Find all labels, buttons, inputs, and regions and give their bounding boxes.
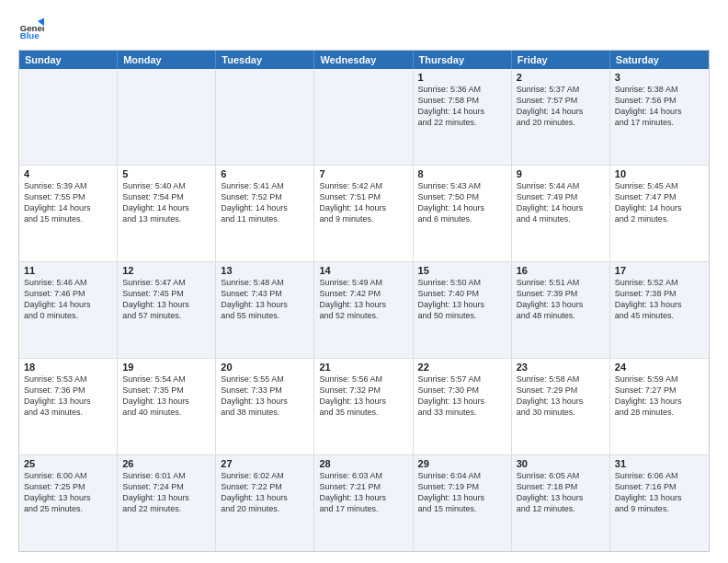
day-number: 13 xyxy=(221,265,309,276)
calendar-cell: 26Sunrise: 6:01 AM Sunset: 7:24 PM Dayli… xyxy=(118,455,216,551)
calendar-cell: 15Sunrise: 5:50 AM Sunset: 7:40 PM Dayli… xyxy=(414,262,512,358)
calendar-cell xyxy=(118,69,216,165)
day-info: Sunrise: 5:39 AM Sunset: 7:55 PM Dayligh… xyxy=(24,180,112,225)
calendar-cell: 11Sunrise: 5:46 AM Sunset: 7:46 PM Dayli… xyxy=(19,262,118,358)
calendar-cell: 5Sunrise: 5:40 AM Sunset: 7:54 PM Daylig… xyxy=(118,166,216,261)
calendar-cell: 30Sunrise: 6:05 AM Sunset: 7:18 PM Dayli… xyxy=(512,455,610,551)
calendar-row: 1Sunrise: 5:36 AM Sunset: 7:58 PM Daylig… xyxy=(19,69,709,165)
calendar-cell: 13Sunrise: 5:48 AM Sunset: 7:43 PM Dayli… xyxy=(216,262,314,358)
weekday-header: Friday xyxy=(512,51,610,69)
calendar-cell: 10Sunrise: 5:45 AM Sunset: 7:47 PM Dayli… xyxy=(610,166,709,261)
day-info: Sunrise: 6:00 AM Sunset: 7:25 PM Dayligh… xyxy=(24,470,112,515)
day-number: 21 xyxy=(319,362,407,373)
day-number: 17 xyxy=(615,265,704,276)
day-number: 31 xyxy=(615,458,704,469)
day-number: 10 xyxy=(615,168,704,179)
day-info: Sunrise: 5:41 AM Sunset: 7:52 PM Dayligh… xyxy=(221,180,309,225)
day-info: Sunrise: 5:56 AM Sunset: 7:32 PM Dayligh… xyxy=(319,373,407,419)
calendar-cell: 6Sunrise: 5:41 AM Sunset: 7:52 PM Daylig… xyxy=(216,166,314,261)
day-number: 22 xyxy=(418,362,506,373)
day-info: Sunrise: 5:53 AM Sunset: 7:36 PM Dayligh… xyxy=(24,373,112,419)
day-number: 1 xyxy=(418,72,506,83)
calendar: SundayMondayTuesdayWednesdayThursdayFrid… xyxy=(18,50,710,552)
calendar-cell: 12Sunrise: 5:47 AM Sunset: 7:45 PM Dayli… xyxy=(118,262,216,358)
calendar-row: 25Sunrise: 6:00 AM Sunset: 7:25 PM Dayli… xyxy=(19,454,709,551)
day-number: 27 xyxy=(221,458,309,469)
day-number: 26 xyxy=(122,458,210,469)
calendar-body: 1Sunrise: 5:36 AM Sunset: 7:58 PM Daylig… xyxy=(19,69,709,551)
day-number: 18 xyxy=(24,362,112,373)
weekday-header: Sunday xyxy=(19,51,118,69)
day-number: 29 xyxy=(418,458,506,469)
day-info: Sunrise: 5:58 AM Sunset: 7:29 PM Dayligh… xyxy=(517,373,605,419)
day-info: Sunrise: 5:37 AM Sunset: 7:57 PM Dayligh… xyxy=(517,84,605,129)
day-info: Sunrise: 6:03 AM Sunset: 7:21 PM Dayligh… xyxy=(319,470,407,515)
calendar-cell: 8Sunrise: 5:43 AM Sunset: 7:50 PM Daylig… xyxy=(414,166,512,261)
calendar-cell: 21Sunrise: 5:56 AM Sunset: 7:32 PM Dayli… xyxy=(314,359,413,454)
day-number: 3 xyxy=(615,72,704,83)
day-number: 14 xyxy=(319,265,407,276)
day-number: 5 xyxy=(122,168,210,179)
day-info: Sunrise: 6:06 AM Sunset: 7:16 PM Dayligh… xyxy=(615,470,704,515)
day-number: 28 xyxy=(319,458,407,469)
day-info: Sunrise: 5:36 AM Sunset: 7:58 PM Dayligh… xyxy=(418,84,506,129)
calendar-cell: 24Sunrise: 5:59 AM Sunset: 7:27 PM Dayli… xyxy=(610,359,709,454)
calendar-cell: 18Sunrise: 5:53 AM Sunset: 7:36 PM Dayli… xyxy=(19,359,118,454)
weekday-header: Monday xyxy=(118,51,216,69)
day-number: 9 xyxy=(517,168,605,179)
day-number: 30 xyxy=(517,458,605,469)
day-info: Sunrise: 6:02 AM Sunset: 7:22 PM Dayligh… xyxy=(221,470,309,515)
weekday-header: Wednesday xyxy=(314,51,413,69)
day-info: Sunrise: 5:55 AM Sunset: 7:33 PM Dayligh… xyxy=(221,373,309,419)
calendar-row: 4Sunrise: 5:39 AM Sunset: 7:55 PM Daylig… xyxy=(19,165,709,261)
calendar-cell: 19Sunrise: 5:54 AM Sunset: 7:35 PM Dayli… xyxy=(118,359,216,454)
day-info: Sunrise: 5:47 AM Sunset: 7:45 PM Dayligh… xyxy=(122,277,210,322)
day-info: Sunrise: 5:44 AM Sunset: 7:49 PM Dayligh… xyxy=(517,180,605,225)
calendar-cell: 29Sunrise: 6:04 AM Sunset: 7:19 PM Dayli… xyxy=(414,455,512,551)
weekday-header: Tuesday xyxy=(216,51,314,69)
calendar-cell xyxy=(216,69,314,165)
day-info: Sunrise: 5:43 AM Sunset: 7:50 PM Dayligh… xyxy=(418,180,506,225)
day-info: Sunrise: 5:57 AM Sunset: 7:30 PM Dayligh… xyxy=(418,373,506,419)
day-number: 15 xyxy=(418,265,506,276)
day-number: 23 xyxy=(517,362,605,373)
calendar-cell xyxy=(314,69,413,165)
calendar-cell: 3Sunrise: 5:38 AM Sunset: 7:56 PM Daylig… xyxy=(610,69,709,165)
day-info: Sunrise: 6:01 AM Sunset: 7:24 PM Dayligh… xyxy=(122,470,210,515)
day-info: Sunrise: 5:45 AM Sunset: 7:47 PM Dayligh… xyxy=(615,180,704,225)
day-number: 7 xyxy=(319,168,407,179)
day-number: 2 xyxy=(517,72,605,83)
logo-icon: General Blue xyxy=(18,15,44,40)
day-info: Sunrise: 5:38 AM Sunset: 7:56 PM Dayligh… xyxy=(615,84,704,129)
day-number: 6 xyxy=(221,168,309,179)
calendar-row: 18Sunrise: 5:53 AM Sunset: 7:36 PM Dayli… xyxy=(19,358,709,454)
day-number: 8 xyxy=(418,168,506,179)
day-info: Sunrise: 5:49 AM Sunset: 7:42 PM Dayligh… xyxy=(319,277,407,322)
calendar-cell: 31Sunrise: 6:06 AM Sunset: 7:16 PM Dayli… xyxy=(610,455,709,551)
day-info: Sunrise: 6:04 AM Sunset: 7:19 PM Dayligh… xyxy=(418,470,506,515)
calendar-cell xyxy=(19,69,118,165)
page-header: General Blue xyxy=(18,15,710,40)
calendar-cell: 28Sunrise: 6:03 AM Sunset: 7:21 PM Dayli… xyxy=(314,455,413,551)
logo: General Blue xyxy=(18,15,44,40)
day-number: 24 xyxy=(615,362,704,373)
day-info: Sunrise: 5:52 AM Sunset: 7:38 PM Dayligh… xyxy=(615,277,704,322)
calendar-row: 11Sunrise: 5:46 AM Sunset: 7:46 PM Dayli… xyxy=(19,261,709,358)
weekday-header: Thursday xyxy=(414,51,512,69)
svg-text:Blue: Blue xyxy=(20,30,40,40)
calendar-cell: 2Sunrise: 5:37 AM Sunset: 7:57 PM Daylig… xyxy=(512,69,610,165)
day-info: Sunrise: 5:51 AM Sunset: 7:39 PM Dayligh… xyxy=(517,277,605,322)
calendar-cell: 27Sunrise: 6:02 AM Sunset: 7:22 PM Dayli… xyxy=(216,455,314,551)
day-number: 12 xyxy=(122,265,210,276)
calendar-cell: 23Sunrise: 5:58 AM Sunset: 7:29 PM Dayli… xyxy=(512,359,610,454)
calendar-cell: 16Sunrise: 5:51 AM Sunset: 7:39 PM Dayli… xyxy=(512,262,610,358)
day-info: Sunrise: 5:54 AM Sunset: 7:35 PM Dayligh… xyxy=(122,373,210,419)
day-number: 19 xyxy=(122,362,210,373)
day-number: 20 xyxy=(221,362,309,373)
calendar-header: SundayMondayTuesdayWednesdayThursdayFrid… xyxy=(19,51,709,69)
calendar-cell: 22Sunrise: 5:57 AM Sunset: 7:30 PM Dayli… xyxy=(414,359,512,454)
calendar-cell: 1Sunrise: 5:36 AM Sunset: 7:58 PM Daylig… xyxy=(414,69,512,165)
day-number: 4 xyxy=(24,168,112,179)
day-info: Sunrise: 6:05 AM Sunset: 7:18 PM Dayligh… xyxy=(517,470,605,515)
calendar-cell: 25Sunrise: 6:00 AM Sunset: 7:25 PM Dayli… xyxy=(19,455,118,551)
